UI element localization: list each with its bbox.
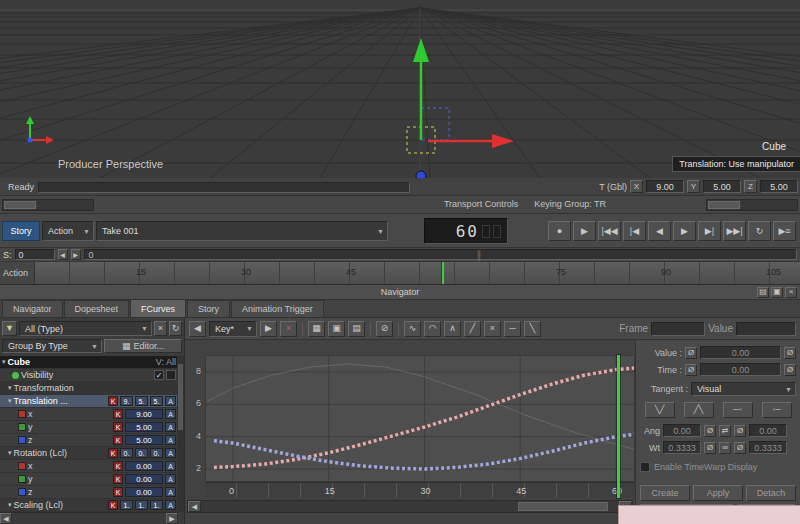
- tangent-auto-icon[interactable]: ◠: [424, 321, 441, 337]
- snapshot-icon[interactable]: ▣: [328, 321, 345, 337]
- graph-horizontal-scrollbar[interactable]: ◀ ▶: [187, 500, 633, 513]
- value-field[interactable]: [736, 322, 796, 336]
- tangent-tcb-icon[interactable]: ∧: [444, 321, 461, 337]
- weight-right-field[interactable]: 0.3333: [749, 441, 787, 454]
- go-to-end-button[interactable]: ▶▶|: [723, 221, 746, 241]
- previous-key-icon[interactable]: ◀: [189, 321, 206, 337]
- tab-fcurves[interactable]: FCurves: [130, 299, 186, 317]
- angle-right-field[interactable]: 0.00: [749, 424, 787, 437]
- zero-key-icon[interactable]: ⊘: [376, 321, 393, 337]
- scroll-right-icon[interactable]: ▶: [166, 513, 178, 524]
- editor-button[interactable]: ▦ Editor...: [104, 339, 182, 353]
- step-forward-button[interactable]: ▶: [673, 221, 696, 241]
- key-button[interactable]: K: [108, 500, 118, 510]
- tangent-flat-icon[interactable]: ─: [504, 321, 521, 337]
- key-time-field[interactable]: 0.00: [700, 363, 781, 376]
- tangent-smooth-icon[interactable]: ∿: [404, 321, 421, 337]
- key-button[interactable]: K: [113, 422, 123, 432]
- group-by-dropdown[interactable]: Group By Type▼: [2, 339, 102, 353]
- axis-chip-y[interactable]: Y: [687, 180, 700, 193]
- link-weights-icon[interactable]: ∞: [719, 442, 731, 454]
- expand-icon[interactable]: ▾: [8, 501, 12, 509]
- key-button[interactable]: K: [113, 461, 123, 471]
- refresh-icon[interactable]: ↻: [169, 321, 182, 336]
- fcurve-graph[interactable]: 8 6 4 2 015304560 ◀ ▶: [185, 340, 635, 524]
- key-dropdown[interactable]: Key*▼: [209, 321, 257, 337]
- zero-slope-icon[interactable]: Ø: [734, 442, 746, 454]
- fc-time-ruler[interactable]: 015304560: [205, 482, 635, 498]
- tangent-break-handles-icon[interactable]: ╲╱: [645, 402, 675, 418]
- tree-row-8-x[interactable]: xK0.00A: [0, 460, 178, 473]
- tree-horizontal-scrollbar[interactable]: ◀ ▶: [0, 512, 178, 524]
- expand-icon[interactable]: ▾: [8, 384, 12, 392]
- zero-slope-icon[interactable]: Ø: [704, 425, 716, 437]
- zero-slope-icon[interactable]: Ø: [704, 442, 716, 454]
- weight-left-field[interactable]: 0.3333: [663, 441, 701, 454]
- tree-row-6-z[interactable]: zK5.00A: [0, 434, 178, 447]
- key-button[interactable]: K: [113, 435, 123, 445]
- key-button[interactable]: K: [113, 474, 123, 484]
- viewport-canvas[interactable]: [0, 0, 800, 178]
- tree-row-3-translation[interactable]: ▾Translation ...K9.5.5.A: [0, 395, 178, 408]
- type-filter-dropdown[interactable]: All (Type)▼: [19, 321, 152, 336]
- scroll-left-icon[interactable]: ◀: [0, 513, 12, 524]
- play-button[interactable]: ▶: [573, 221, 596, 241]
- tree-row-9-y[interactable]: yK0.00A: [0, 473, 178, 486]
- record-button[interactable]: ●: [548, 221, 571, 241]
- key-button[interactable]: K: [108, 448, 118, 458]
- frame-field[interactable]: [651, 322, 705, 336]
- zero-slope-icon[interactable]: Ø: [685, 364, 697, 376]
- tree-row-2-transformation[interactable]: ▾Transformation: [0, 382, 178, 395]
- layers-icon[interactable]: ▤: [348, 321, 365, 337]
- clear-filter-icon[interactable]: ×: [154, 321, 167, 336]
- viewport[interactable]: Producer Perspective Cube Translation: U…: [0, 0, 800, 178]
- apply-button[interactable]: Apply: [693, 485, 743, 501]
- play-options-button[interactable]: ▶≡: [773, 221, 796, 241]
- curve-plot-area[interactable]: [205, 355, 635, 482]
- tree-row-11-scaling-lcl[interactable]: ▾Scaling (Lcl)K1.1.1.A: [0, 499, 178, 512]
- left-scrollbar[interactable]: [2, 199, 94, 211]
- mute-box[interactable]: [166, 370, 176, 380]
- axis-value-field[interactable]: 0.00: [125, 461, 163, 471]
- timewarp-checkbox[interactable]: [640, 462, 650, 472]
- loop-button[interactable]: ↻: [748, 221, 771, 241]
- zero-slope-icon[interactable]: Ø: [784, 364, 796, 376]
- axis-value-field[interactable]: 0.00: [125, 487, 163, 497]
- filter-icon[interactable]: ▼: [2, 321, 17, 336]
- panel-menu-icon[interactable]: ▤: [757, 287, 769, 298]
- key-button[interactable]: K: [108, 396, 118, 406]
- tree-row-7-rotation-lcl[interactable]: ▾Rotation (Lcl)K0.0.0.A: [0, 447, 178, 460]
- story-button[interactable]: Story: [2, 221, 40, 241]
- zero-slope-icon[interactable]: Ø: [734, 425, 746, 437]
- tangent-left-weight-icon[interactable]: ─◦: [723, 402, 753, 418]
- go-to-start-button[interactable]: |◀◀: [598, 221, 621, 241]
- take-dropdown[interactable]: Take 001▼: [96, 221, 388, 241]
- tree-row-4-x[interactable]: xK9.00A: [0, 408, 178, 421]
- curve-color-icon[interactable]: ▦: [308, 321, 325, 337]
- tangent-user-icon[interactable]: ╱: [464, 321, 481, 337]
- tree-row-0-cube[interactable]: ▾CubeV: All: [0, 356, 178, 369]
- tangent-mode-dropdown[interactable]: Visual▼: [691, 382, 796, 396]
- action-ruler[interactable]: 1530457590105: [34, 262, 800, 284]
- scrollbar-thumb[interactable]: [518, 502, 608, 511]
- pre-post-icon[interactable]: ╲: [524, 321, 541, 337]
- detach-button[interactable]: Detach: [746, 485, 796, 501]
- s-strip[interactable]: 0 ║: [84, 249, 797, 260]
- action-mode-dropdown[interactable]: Action▼: [42, 221, 94, 241]
- tree-row-1-visibility[interactable]: Visibility✓: [0, 369, 178, 382]
- tangent-unify-handles-icon[interactable]: ╱╲: [684, 402, 714, 418]
- tree-row-10-z[interactable]: zK0.00A: [0, 486, 178, 499]
- axis-value-x[interactable]: 9.00: [646, 180, 684, 193]
- panel-float-icon[interactable]: ▣: [771, 287, 783, 298]
- axis-value-field[interactable]: 5.00: [125, 422, 163, 432]
- right-scrollbar[interactable]: [706, 199, 798, 211]
- delete-key-icon[interactable]: ×: [280, 321, 297, 337]
- tab-story[interactable]: Story: [187, 300, 230, 317]
- tree-vertical-scrollbar[interactable]: [177, 356, 184, 512]
- tangent-break-icon[interactable]: ×: [484, 321, 501, 337]
- create-button[interactable]: Create: [640, 485, 690, 501]
- tab-animation-trigger[interactable]: Animation Trigger: [231, 300, 324, 317]
- timeline-playhead[interactable]: [441, 262, 444, 284]
- panel-close-icon[interactable]: ×: [785, 287, 797, 298]
- swap-tangent-icon[interactable]: ⇄: [719, 425, 731, 437]
